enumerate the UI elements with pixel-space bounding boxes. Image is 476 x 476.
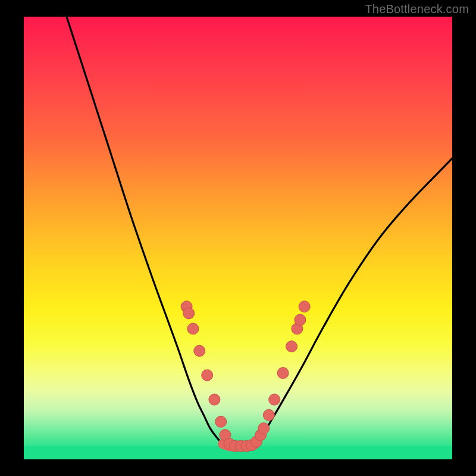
curve-layer: [24, 17, 452, 459]
highlight-dot: [183, 308, 195, 319]
watermark-text: TheBottleneck.com: [365, 2, 469, 16]
highlight-dot: [187, 323, 199, 334]
highlight-dot: [194, 345, 205, 356]
highlight-dot: [295, 314, 306, 325]
highlight-dot: [209, 394, 220, 405]
highlight-dot: [277, 367, 289, 378]
highlight-dot: [263, 409, 274, 421]
bottleneck-curve: [67, 17, 452, 446]
highlight-dot: [269, 394, 280, 405]
highlight-dot: [202, 369, 213, 381]
plot-area: [24, 17, 452, 459]
highlight-dot: [286, 341, 298, 352]
highlight-dot: [215, 416, 227, 427]
highlight-dot: [258, 422, 270, 434]
highlight-dots-group: [181, 301, 310, 452]
chart-frame: TheBottleneck.com: [0, 0, 476, 476]
highlight-dot: [299, 301, 310, 312]
